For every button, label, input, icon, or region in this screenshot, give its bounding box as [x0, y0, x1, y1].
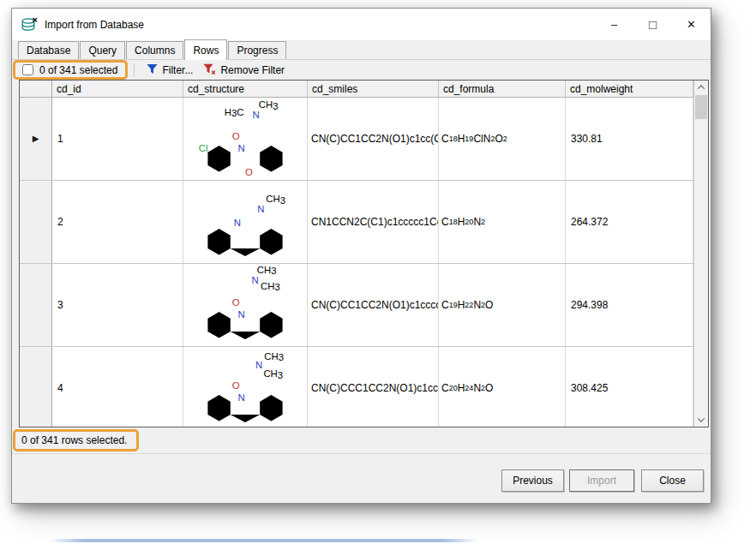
cell-cd-id[interactable]: 4: [52, 347, 183, 427]
cell-cd-smiles[interactable]: CN(C)CC1CC2N(O1)c1cc(C...: [308, 98, 439, 180]
window-controls: – □ ✕: [595, 9, 711, 40]
cell-cd-smiles[interactable]: CN(C)CC1CC2N(O1)c1cccc...: [308, 264, 439, 346]
results-grid: cd_idcd_structurecd_smilescd_formulacd_m…: [19, 80, 709, 427]
cell-cd-id[interactable]: 3: [52, 264, 183, 346]
filter-button[interactable]: Filter...: [141, 62, 198, 79]
cell-cd-formula[interactable]: C19H22N2O: [439, 264, 566, 346]
maximize-icon[interactable]: □: [633, 9, 672, 40]
cell-cd-id[interactable]: 1: [52, 98, 183, 180]
tab-label: Database: [27, 45, 70, 57]
tab-columns[interactable]: Columns: [126, 41, 183, 59]
cell-cd-formula[interactable]: C20H24N2O: [439, 347, 566, 427]
column-header-cd_formula[interactable]: cd_formula: [439, 81, 566, 97]
cell-cd-formula[interactable]: C18H19ClN2O2: [439, 98, 566, 180]
close-icon[interactable]: ✕: [672, 9, 711, 40]
tab-progress[interactable]: Progress: [228, 41, 286, 59]
cell-cd-smiles[interactable]: CN(C)CCC1CC2N(O1)c1cc...: [308, 347, 439, 427]
toolbar-separator: [134, 63, 135, 77]
cell-cd-molweight[interactable]: 330.81: [566, 98, 693, 180]
row-selector-cell[interactable]: [20, 264, 52, 346]
minimize-icon[interactable]: –: [595, 9, 633, 40]
structure-drawing: [186, 182, 304, 263]
close-button[interactable]: Close: [641, 469, 704, 492]
row-selector-cell[interactable]: ▶: [20, 98, 52, 180]
annotation-highlight-status: 0 of 341 rows selected.: [13, 429, 139, 451]
tab-database[interactable]: Database: [18, 41, 79, 59]
table-row[interactable]: 2 CN1CCN2C(C1)c1ccccc1Cc... C18H20N2 264…: [20, 181, 708, 264]
select-all-checkbox[interactable]: [22, 64, 33, 75]
cell-cd-id[interactable]: 2: [52, 181, 183, 263]
window-title: Import from Database: [45, 19, 144, 31]
tab-label: Query: [88, 45, 117, 57]
vertical-scrollbar[interactable]: [693, 81, 708, 427]
remove-filter-button[interactable]: Remove Filter: [198, 62, 290, 79]
cell-cd-structure[interactable]: [183, 98, 308, 180]
row-selector-cell[interactable]: [20, 181, 52, 263]
tab-rows[interactable]: Rows: [184, 39, 227, 60]
tab-label: Columns: [135, 45, 175, 57]
structure-drawing: [186, 99, 304, 180]
database-x-icon: [21, 17, 38, 33]
column-header-cd_smiles[interactable]: cd_smiles: [308, 81, 439, 97]
grid-header-row: cd_idcd_structurecd_smilescd_formulacd_m…: [20, 81, 708, 98]
tab-label: Rows: [193, 45, 219, 57]
selection-count-label: 0 of 341 selected: [39, 64, 117, 76]
annotation-highlight-selection: 0 of 341 selected: [13, 60, 128, 80]
previous-button[interactable]: Previous: [501, 469, 564, 492]
cell-cd-smiles[interactable]: CN1CCN2C(C1)c1ccccc1Cc...: [308, 181, 439, 263]
table-row[interactable]: ▶ 1 CN(C)CC1CC2N(O1)c1cc(C... C18H19ClN2…: [20, 98, 708, 181]
import-from-database-dialog: Import from Database – □ ✕ Database Quer…: [11, 8, 711, 504]
tab-label: Progress: [237, 45, 278, 57]
scroll-down-icon[interactable]: [694, 413, 708, 427]
status-bar: 0 of 341 rows selected.: [13, 429, 711, 451]
filter-button-label: Filter...: [162, 64, 193, 76]
table-row[interactable]: 3 CN(C)CC1CC2N(O1)c1cccc... C19H22N2O 29…: [20, 264, 708, 347]
column-header-cd_molweight[interactable]: cd_molweight: [566, 81, 693, 97]
column-header-cd_structure[interactable]: cd_structure: [183, 81, 308, 97]
scrollbar-thumb[interactable]: [695, 95, 707, 119]
cell-cd-molweight[interactable]: 294.398: [566, 264, 693, 346]
filter-funnel-icon: [147, 63, 158, 77]
cell-cd-molweight[interactable]: 308.425: [566, 347, 693, 427]
footer-divider: [12, 453, 711, 454]
tab-strip: Database Query Columns Rows Progress: [12, 40, 711, 60]
table-row[interactable]: 4 CN(C)CCC1CC2N(O1)c1cc... C20H24N2O 308…: [20, 347, 708, 427]
remove-filter-funnel-icon: [203, 63, 216, 77]
column-header-cd_id[interactable]: cd_id: [52, 81, 183, 97]
structure-drawing: [186, 348, 304, 427]
scroll-up-icon[interactable]: [694, 81, 708, 94]
title-bar[interactable]: Import from Database – □ ✕: [12, 9, 711, 40]
tab-query[interactable]: Query: [80, 41, 125, 59]
cell-cd-molweight[interactable]: 264.372: [566, 181, 693, 263]
current-row-marker-icon: ▶: [33, 135, 39, 143]
remove-filter-button-label: Remove Filter: [220, 64, 285, 76]
structure-drawing: [186, 265, 304, 346]
grid-corner-cell: [20, 81, 52, 97]
background-artifact: [49, 539, 477, 542]
row-selector-cell[interactable]: [20, 347, 52, 427]
status-text: 0 of 341 rows selected.: [21, 434, 127, 446]
cell-cd-structure[interactable]: [183, 181, 308, 263]
cell-cd-structure[interactable]: [183, 347, 308, 427]
cell-cd-structure[interactable]: [183, 264, 308, 346]
rows-toolbar: 0 of 341 selected Filter... Remove Filte…: [12, 60, 711, 80]
import-button[interactable]: Import: [569, 469, 634, 492]
grid-body: ▶ 1 CN(C)CC1CC2N(O1)c1cc(C... C18H19ClN2…: [20, 98, 708, 427]
cell-cd-formula[interactable]: C18H20N2: [439, 181, 566, 263]
